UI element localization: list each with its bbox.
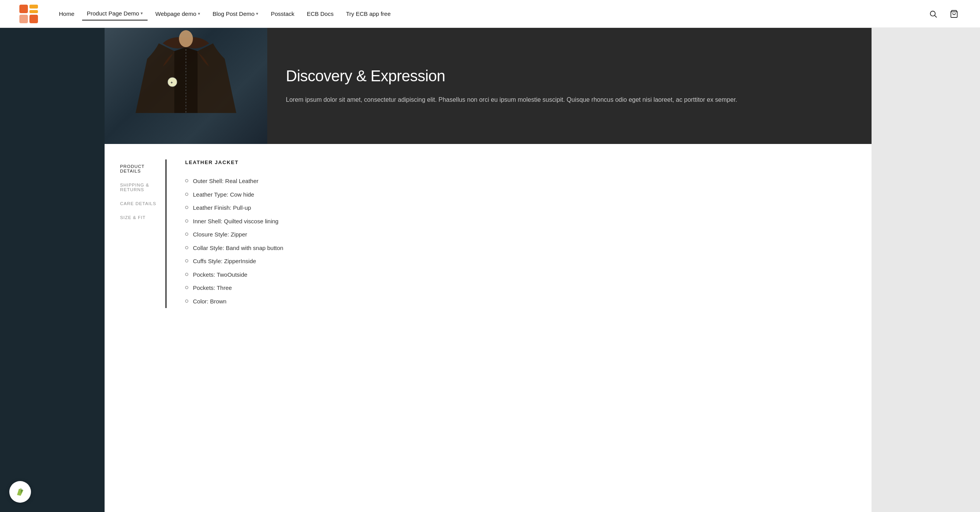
svg-point-5 (930, 11, 935, 16)
chevron-down-icon: ▾ (141, 11, 143, 16)
jacket-illustration: ✦ (124, 28, 248, 144)
nav-ecb-docs[interactable]: ECB Docs (302, 7, 338, 20)
list-item: Collar Style: Band with snap button (185, 241, 853, 255)
list-item: Cuffs Style: ZipperInside (185, 255, 853, 268)
svg-rect-3 (19, 15, 28, 23)
nav-posstack[interactable]: Posstack (266, 7, 299, 20)
hero-section: ✦ Discovery & Expression Lorem ipsum dol… (105, 28, 872, 144)
bullet-icon (185, 259, 188, 262)
shopify-icon (14, 486, 26, 498)
svg-rect-4 (29, 15, 38, 23)
right-light-panel (872, 28, 980, 512)
chevron-down-icon: ▾ (198, 11, 200, 16)
product-image-placeholder: ✦ (105, 28, 267, 144)
tab-size-fit[interactable]: SIZE & FIT (120, 211, 165, 224)
tab-shipping-returns[interactable]: SHIPPING & RETURNS (120, 178, 165, 197)
hero-title: Discovery & Expression (286, 67, 853, 85)
svg-rect-0 (19, 5, 28, 13)
tab-content: LEATHER JACKET Outer Shell: Real Leather… (167, 159, 872, 308)
tabs-sidebar: PRODUCT DETAILS SHIPPING & RETURNS CARE … (105, 159, 167, 308)
svg-text:✦: ✦ (170, 80, 173, 85)
details-section: PRODUCT DETAILS SHIPPING & RETURNS CARE … (105, 144, 872, 324)
svg-rect-2 (29, 10, 38, 13)
tab-care-details[interactable]: CARE DETAILS (120, 197, 165, 211)
list-item: Outer Shell: Real Leather (185, 175, 853, 188)
bullet-icon (185, 206, 188, 209)
main-header: Home Product Page Demo ▾ Webpage demo ▾ … (0, 0, 980, 28)
bullet-icon (185, 286, 188, 289)
svg-point-11 (179, 30, 193, 47)
nav-try-ecb[interactable]: Try ECB app free (341, 7, 395, 20)
bullet-icon (185, 246, 188, 249)
bullet-icon (185, 300, 188, 303)
list-item: Pockets: Three (185, 281, 853, 295)
left-dark-panel (0, 28, 105, 512)
center-content: ✦ Discovery & Expression Lorem ipsum dol… (105, 28, 872, 512)
list-item: Pockets: TwoOutside (185, 268, 853, 282)
list-item: Inner Shell: Quilted viscose lining (185, 215, 853, 228)
nav-product-page-demo[interactable]: Product Page Demo ▾ (82, 7, 148, 21)
hero-description: Lorem ipsum dolor sit amet, consectetur … (286, 94, 853, 105)
bullet-icon (185, 193, 188, 196)
main-nav: Home Product Page Demo ▾ Webpage demo ▾ … (54, 7, 926, 21)
tab-product-details[interactable]: PRODUCT DETAILS (120, 159, 165, 178)
bullet-icon (185, 219, 188, 223)
header-icons (926, 7, 961, 21)
bullet-icon (185, 273, 188, 276)
cart-button[interactable] (947, 7, 961, 21)
list-item: Leather Type: Cow hide (185, 188, 853, 202)
bullet-icon (185, 179, 188, 182)
nav-blog-post-demo[interactable]: Blog Post Demo ▾ (208, 7, 263, 20)
product-section-title: LEATHER JACKET (185, 159, 853, 165)
hero-text-panel: Discovery & Expression Lorem ipsum dolor… (267, 28, 872, 144)
cart-icon (950, 10, 958, 18)
shopify-badge[interactable] (9, 481, 31, 503)
list-item: Closure Style: Zipper (185, 228, 853, 241)
list-item: Color: Brown (185, 295, 853, 308)
nav-webpage-demo[interactable]: Webpage demo ▾ (151, 7, 205, 20)
svg-rect-1 (29, 5, 38, 9)
list-item: Leather Finish: Pull-up (185, 201, 853, 215)
bullet-icon (185, 233, 188, 236)
logo[interactable] (19, 4, 39, 24)
search-button[interactable] (926, 7, 940, 21)
page-layout: ✦ Discovery & Expression Lorem ipsum dol… (0, 28, 980, 512)
chevron-down-icon: ▾ (256, 11, 258, 16)
nav-home[interactable]: Home (54, 7, 79, 20)
search-icon (929, 10, 937, 18)
hero-image: ✦ (105, 28, 267, 144)
product-details-list: Outer Shell: Real Leather Leather Type: … (185, 175, 853, 308)
svg-line-6 (935, 15, 937, 17)
